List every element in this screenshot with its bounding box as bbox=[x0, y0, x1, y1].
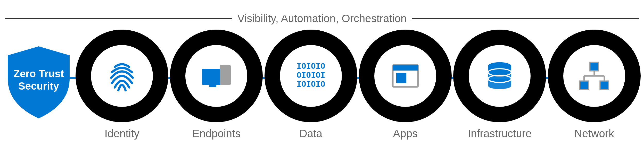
svg-rect-16 bbox=[590, 62, 599, 71]
pillar-label: Endpoints bbox=[192, 127, 241, 140]
svg-rect-2 bbox=[220, 65, 231, 85]
svg-text:IOIOIO: IOIOIO bbox=[296, 79, 325, 89]
svg-rect-18 bbox=[600, 81, 609, 90]
svg-text:IOIOIO: IOIOIO bbox=[296, 61, 325, 71]
pillar-circle-inner bbox=[185, 45, 247, 107]
pillar-apps: Apps bbox=[359, 30, 452, 140]
pillars-row: Identity Endpoints IOIOIO OIOIOI IOIOIO bbox=[75, 30, 641, 140]
shield-container: Zero Trust Security bbox=[5, 45, 72, 120]
pillar-circle: IOIOIO OIOIOI IOIOIO bbox=[265, 30, 357, 122]
svg-rect-17 bbox=[580, 81, 589, 90]
pillar-circle bbox=[359, 30, 452, 122]
pillar-circle-inner bbox=[563, 45, 625, 107]
pillar-identity: Identity bbox=[76, 30, 168, 140]
pillar-label: Network bbox=[574, 127, 614, 140]
header-line-left bbox=[5, 18, 232, 19]
pillar-circle-inner bbox=[469, 45, 531, 107]
shield-label: Zero Trust Security bbox=[13, 67, 64, 92]
pillar-data: IOIOIO OIOIOI IOIOIO Data bbox=[265, 30, 357, 140]
devices-icon bbox=[198, 58, 234, 94]
header-line-right bbox=[412, 18, 639, 19]
pillar-infrastructure: Infrastructure bbox=[453, 30, 546, 140]
svg-rect-7 bbox=[393, 65, 418, 71]
svg-text:OIOIOI: OIOIOI bbox=[296, 70, 325, 80]
pillar-circle-inner: IOIOIO OIOIOI IOIOIO bbox=[280, 45, 342, 107]
svg-rect-1 bbox=[209, 85, 216, 87]
zero-trust-shield: Zero Trust Security bbox=[5, 45, 72, 120]
shield-label-line2: Security bbox=[13, 80, 64, 92]
pillar-endpoints: Endpoints bbox=[170, 30, 263, 140]
binary-data-icon: IOIOIO OIOIOI IOIOIO bbox=[293, 58, 329, 94]
pillar-circle bbox=[453, 30, 546, 122]
database-icon bbox=[482, 58, 518, 94]
pillar-circle bbox=[170, 30, 263, 122]
app-window-icon bbox=[387, 58, 423, 94]
pillar-network: Network bbox=[548, 30, 641, 140]
fingerprint-icon bbox=[104, 58, 140, 94]
shield-label-line1: Zero Trust bbox=[13, 67, 64, 80]
header-title: Visibility, Automation, Orchestration bbox=[237, 12, 407, 25]
pillar-label: Apps bbox=[393, 127, 418, 140]
pillar-circle bbox=[548, 30, 641, 122]
svg-rect-8 bbox=[396, 73, 406, 83]
pillar-circle-inner bbox=[91, 45, 153, 107]
network-nodes-icon bbox=[576, 58, 612, 94]
pillar-label: Infrastructure bbox=[468, 127, 532, 140]
pillar-label: Data bbox=[299, 127, 322, 140]
pillar-circle bbox=[76, 30, 168, 122]
pillar-circle-inner bbox=[374, 45, 436, 107]
pillar-label: Identity bbox=[104, 127, 139, 140]
header-divider: Visibility, Automation, Orchestration bbox=[5, 12, 639, 25]
